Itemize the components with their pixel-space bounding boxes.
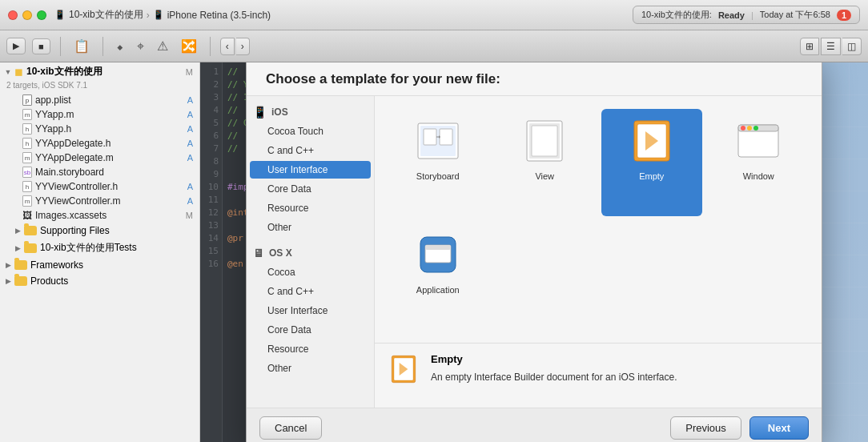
file-icon: m (22, 195, 32, 207)
sidebar-label: YYapp.m (35, 109, 74, 120)
sidebar-item-supporting-files[interactable]: ▶ Supporting Files (0, 223, 199, 239)
folder-icon (24, 226, 37, 235)
sidebar-badge-a: A (187, 153, 193, 163)
svg-point-15 (741, 126, 745, 131)
sidebar-item-appplist[interactable]: p app.plist A (0, 93, 199, 107)
minimize-button[interactable] (22, 10, 32, 20)
sidebar-item-tests[interactable]: ▶ 10-xib文件的使用Tests (0, 239, 199, 257)
dialog-nav-c-cpp-ios[interactable]: C and C++ (250, 142, 371, 159)
xcode-icon: 📱 (54, 10, 66, 20)
sidebar-badge-m: M (186, 211, 193, 220)
toolbar-separator-1 (60, 37, 61, 56)
file-icon: m (22, 152, 32, 163)
close-button[interactable] (8, 10, 18, 20)
sidebar-item-project-group[interactable]: ▼ ◼ 10-xib文件的使用 M (0, 62, 199, 81)
title-bar-middle: 📱 10-xib文件的使用 › 📱 iPhone Retina (3.5-inc… (54, 6, 860, 24)
dialog-nav-cocoa-touch[interactable]: Cocoa Touch (250, 123, 371, 140)
dialog-title: Choose a template for your new file: (247, 62, 822, 96)
disclosure-icon: ▶ (13, 226, 22, 235)
previous-button[interactable]: Previous (670, 416, 741, 440)
xcassets-icon: 🖼 (22, 210, 32, 221)
sidebar-item-yyviewcontrollerh[interactable]: h YYViewController.h A (0, 179, 199, 194)
sidebar-label: YYAppDelegate.m (35, 152, 114, 163)
dialog-nav-user-interface-ios[interactable]: User Interface (250, 161, 371, 179)
sidebar: ▼ ◼ 10-xib文件的使用 M 2 targets, iOS SDK 7.1… (0, 62, 200, 442)
project-name: 10-xib文件的使用 (26, 65, 102, 78)
dialog-nav-core-data-osx[interactable]: Core Data (250, 321, 371, 339)
device-icon: 📱 (153, 10, 164, 20)
template-storyboard[interactable]: Storyboard (388, 109, 488, 216)
cancel-button[interactable]: Cancel (259, 416, 322, 440)
scheme-icon[interactable]: 📋 (70, 35, 93, 57)
editor-version[interactable]: ◫ (842, 38, 862, 55)
dialog-nav-core-data-ios[interactable]: Core Data (250, 180, 371, 198)
sidebar-badge-a: A (187, 124, 193, 134)
osx-label: OS X (269, 247, 292, 259)
sidebar-label: Products (30, 275, 68, 287)
sidebar-item-imagesxcassets[interactable]: 🖼 Images.xcassets M (0, 208, 199, 223)
status-badge: 1 (837, 10, 851, 21)
dialog-nav-c-cpp-osx[interactable]: C and C++ (250, 283, 371, 300)
sidebar-badge-a: A (187, 110, 193, 119)
next-button[interactable]: Next (749, 416, 809, 440)
template-application[interactable]: Application (388, 223, 488, 330)
sidebar-item-yyappdelegatem[interactable]: m YYAppDelegate.m A (0, 151, 199, 165)
git-icon[interactable]: 🔀 (178, 35, 200, 57)
file-icon: m (22, 109, 32, 120)
warning-icon[interactable]: ⚠ (154, 35, 171, 57)
ios-section-header: 📱 iOS (247, 102, 374, 122)
template-empty[interactable]: Empty (601, 109, 702, 216)
svg-rect-3 (424, 129, 436, 145)
sidebar-item-yyviewcontrollerm[interactable]: m YYViewController.m A (0, 194, 199, 208)
run-button[interactable]: ▶ (6, 38, 26, 54)
template-window[interactable]: Window (709, 109, 810, 216)
view-nav-forward[interactable]: › (236, 38, 250, 55)
content-area: 1234 5678 9101112 13141516 // // Y // 1(… (200, 62, 868, 442)
sidebar-item-mainstoryboard[interactable]: sb Main.storyboard (0, 165, 199, 179)
empty-icon (626, 115, 677, 167)
title-bar: 📱 10-xib文件的使用 › 📱 iPhone Retina (3.5-inc… (0, 0, 868, 30)
view-nav: ‹ › (220, 38, 250, 55)
sidebar-label: Frameworks (30, 259, 83, 271)
template-view[interactable]: View (495, 109, 596, 216)
sidebar-item-products[interactable]: ▶ Products (0, 273, 199, 289)
status-divider: | (751, 10, 753, 20)
breakpoint-icon[interactable]: ⬥ (113, 36, 127, 57)
dialog-nav-user-interface-osx[interactable]: User Interface (250, 302, 371, 319)
sidebar-item-yyappm[interactable]: m YYapp.m A (0, 107, 199, 122)
desc-icon (388, 353, 420, 385)
breadcrumb: 📱 10-xib文件的使用 › 📱 iPhone Retina (3.5-inc… (54, 8, 271, 22)
file-icon: h (22, 123, 32, 135)
dialog-grid-area: Storyboard (375, 96, 822, 343)
view-nav-back[interactable]: ‹ (220, 38, 235, 55)
toolbar-separator-3 (210, 37, 211, 56)
dialog-body: 📱 iOS Cocoa Touch C and C++ User Interfa… (247, 96, 822, 408)
dialog-main: Storyboard (375, 96, 822, 408)
dialog-nav-other-osx[interactable]: Other (250, 360, 371, 377)
sidebar-item-yyappdelegateh[interactable]: h YYAppDelegate.h A (0, 136, 199, 151)
project-icon: ◼ (14, 66, 23, 78)
location-icon[interactable]: ⌖ (134, 36, 147, 57)
stop-button[interactable]: ■ (32, 38, 50, 54)
status-prefix: 10-xib文件的使用: (641, 9, 712, 21)
sidebar-list: ▼ ◼ 10-xib文件的使用 M 2 targets, iOS SDK 7.1… (0, 62, 199, 442)
template-application-label: Application (416, 285, 460, 295)
toolbar-separator-2 (102, 37, 103, 56)
dialog-nav-resource-ios[interactable]: Resource (250, 199, 371, 217)
sidebar-item-frameworks[interactable]: ▶ Frameworks (0, 257, 199, 273)
template-view-label: View (535, 171, 554, 181)
maximize-button[interactable] (37, 10, 46, 20)
status-bar: 10-xib文件的使用: Ready | Today at 下午6:58 1 (633, 6, 860, 24)
sidebar-badge-a: A (187, 95, 193, 105)
dialog-overlay: Choose a template for your new file: 📱 i… (200, 62, 868, 442)
editor-standard[interactable]: ⊞ (800, 38, 819, 55)
dialog-nav-cocoa[interactable]: Cocoa (250, 263, 371, 281)
sidebar-label: YYViewController.h (35, 181, 118, 192)
editor-assistant[interactable]: ☰ (821, 38, 841, 55)
sidebar-label: YYViewController.m (35, 195, 121, 207)
sidebar-item-yyapph[interactable]: h YYapp.h A (0, 122, 199, 136)
storyboard-icon (412, 115, 464, 167)
svg-point-17 (753, 126, 758, 131)
dialog-nav-other-ios[interactable]: Other (250, 219, 371, 236)
dialog-nav-resource-osx[interactable]: Resource (250, 340, 371, 358)
